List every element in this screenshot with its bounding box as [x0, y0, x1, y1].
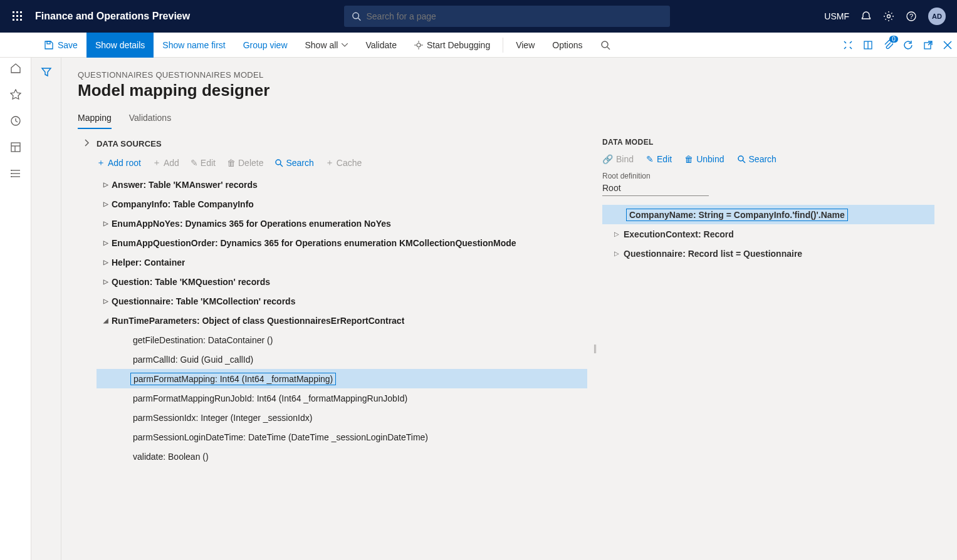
personalize-icon[interactable]: [843, 40, 853, 50]
app-launcher-icon[interactable]: [6, 11, 29, 21]
svg-rect-8: [20, 19, 22, 21]
svg-rect-6: [13, 19, 14, 21]
svg-point-9: [353, 13, 359, 19]
save-button[interactable]: Save: [35, 33, 86, 58]
svg-rect-5: [20, 15, 22, 17]
page-options-icon[interactable]: [863, 40, 873, 50]
company-indicator[interactable]: USMF: [824, 11, 849, 21]
svg-point-11: [887, 15, 891, 18]
save-icon: [44, 40, 54, 50]
attachment-count-badge: 0: [889, 36, 898, 43]
refresh-icon[interactable]: [903, 40, 913, 50]
global-search[interactable]: [344, 6, 670, 27]
top-header: Finance and Operations Preview USMF ? AD: [0, 0, 957, 33]
options-menu[interactable]: Options: [543, 33, 591, 58]
command-search-button[interactable]: [592, 33, 619, 58]
search-icon: [600, 40, 610, 50]
search-icon: [352, 11, 361, 21]
svg-rect-0: [13, 11, 14, 13]
show-all-dropdown[interactable]: Show all: [296, 33, 357, 58]
svg-line-10: [358, 18, 361, 21]
svg-rect-27: [47, 41, 50, 44]
chevron-down-icon: [342, 43, 348, 47]
svg-point-33: [602, 41, 608, 48]
svg-rect-4: [16, 15, 18, 17]
svg-rect-3: [13, 15, 14, 17]
view-menu[interactable]: View: [507, 33, 543, 58]
user-avatar[interactable]: AD: [928, 8, 946, 25]
svg-text:?: ?: [909, 13, 913, 20]
svg-line-34: [607, 47, 610, 49]
global-search-input[interactable]: [367, 11, 663, 21]
svg-point-28: [417, 43, 421, 47]
show-name-first-button[interactable]: Show name first: [154, 33, 234, 58]
start-debugging-button[interactable]: Start Debugging: [405, 33, 499, 58]
close-icon[interactable]: [943, 41, 952, 49]
notifications-icon[interactable]: [860, 11, 872, 22]
attachments-button[interactable]: 0: [883, 39, 893, 51]
popout-icon[interactable]: [923, 40, 933, 50]
svg-rect-1: [16, 11, 18, 13]
command-bar: Save Show details Show name first Group …: [0, 33, 957, 58]
settings-icon[interactable]: [883, 11, 894, 22]
help-icon[interactable]: ?: [906, 11, 917, 22]
group-view-button[interactable]: Group view: [234, 33, 296, 58]
app-title: Finance and Operations Preview: [35, 11, 190, 22]
validate-button[interactable]: Validate: [357, 33, 405, 58]
show-details-button[interactable]: Show details: [86, 33, 154, 58]
debug-icon: [414, 41, 423, 49]
svg-rect-2: [20, 11, 22, 13]
svg-rect-7: [16, 19, 18, 21]
